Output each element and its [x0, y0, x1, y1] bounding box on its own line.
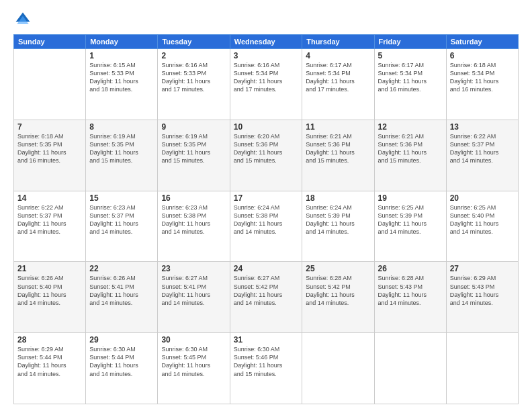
calendar-cell: 15Sunrise: 6:23 AM Sunset: 5:37 PM Dayli…	[86, 191, 158, 262]
calendar-body: 1Sunrise: 6:15 AM Sunset: 5:33 PM Daylig…	[14, 49, 519, 404]
week-row-3: 14Sunrise: 6:22 AM Sunset: 5:37 PM Dayli…	[14, 191, 519, 262]
calendar-cell: 9Sunrise: 6:19 AM Sunset: 5:35 PM Daylig…	[158, 120, 230, 191]
cell-info: Sunrise: 6:21 AM Sunset: 5:36 PM Dayligh…	[378, 132, 443, 165]
cell-info: Sunrise: 6:26 AM Sunset: 5:40 PM Dayligh…	[17, 274, 82, 307]
day-number: 30	[161, 335, 226, 345]
calendar-cell: 25Sunrise: 6:28 AM Sunset: 5:42 PM Dayli…	[302, 262, 374, 333]
cell-info: Sunrise: 6:20 AM Sunset: 5:36 PM Dayligh…	[234, 132, 299, 165]
cell-info: Sunrise: 6:19 AM Sunset: 5:35 PM Dayligh…	[89, 132, 154, 165]
calendar-cell: 12Sunrise: 6:21 AM Sunset: 5:36 PM Dayli…	[374, 120, 446, 191]
cell-info: Sunrise: 6:30 AM Sunset: 5:45 PM Dayligh…	[161, 345, 226, 378]
calendar-cell: 18Sunrise: 6:24 AM Sunset: 5:39 PM Dayli…	[302, 191, 374, 262]
calendar-cell: 11Sunrise: 6:21 AM Sunset: 5:36 PM Dayli…	[302, 120, 374, 191]
calendar-cell: 19Sunrise: 6:25 AM Sunset: 5:39 PM Dayli…	[374, 191, 446, 262]
calendar-cell: 4Sunrise: 6:17 AM Sunset: 5:34 PM Daylig…	[302, 49, 374, 120]
cell-info: Sunrise: 6:18 AM Sunset: 5:34 PM Dayligh…	[450, 61, 515, 94]
cell-info: Sunrise: 6:23 AM Sunset: 5:38 PM Dayligh…	[161, 203, 226, 236]
calendar-cell: 6Sunrise: 6:18 AM Sunset: 5:34 PM Daylig…	[446, 49, 518, 120]
calendar-cell: 27Sunrise: 6:29 AM Sunset: 5:43 PM Dayli…	[446, 262, 518, 333]
day-number: 10	[234, 122, 299, 132]
cell-info: Sunrise: 6:29 AM Sunset: 5:44 PM Dayligh…	[17, 345, 82, 378]
cell-info: Sunrise: 6:18 AM Sunset: 5:35 PM Dayligh…	[17, 132, 82, 165]
calendar-cell: 14Sunrise: 6:22 AM Sunset: 5:37 PM Dayli…	[14, 191, 86, 262]
cell-info: Sunrise: 6:21 AM Sunset: 5:36 PM Dayligh…	[306, 132, 370, 165]
calendar-cell	[374, 333, 446, 404]
day-number: 21	[17, 264, 82, 273]
calendar-cell: 26Sunrise: 6:28 AM Sunset: 5:43 PM Dayli…	[374, 262, 446, 333]
logo	[13, 10, 35, 29]
week-row-4: 21Sunrise: 6:26 AM Sunset: 5:40 PM Dayli…	[14, 262, 519, 333]
day-number: 7	[17, 122, 82, 132]
calendar-cell	[14, 49, 86, 120]
header-cell-friday: Friday	[374, 35, 446, 49]
header-cell-saturday: Saturday	[446, 35, 518, 49]
day-number: 31	[234, 335, 299, 345]
cell-info: Sunrise: 6:30 AM Sunset: 5:44 PM Dayligh…	[89, 345, 154, 378]
calendar-table: SundayMondayTuesdayWednesdayThursdayFrid…	[13, 34, 519, 404]
calendar-header: SundayMondayTuesdayWednesdayThursdayFrid…	[14, 35, 519, 49]
day-number: 20	[450, 193, 515, 203]
cell-info: Sunrise: 6:29 AM Sunset: 5:43 PM Dayligh…	[450, 274, 515, 307]
header-cell-monday: Monday	[86, 35, 158, 49]
cell-info: Sunrise: 6:24 AM Sunset: 5:39 PM Dayligh…	[306, 203, 370, 236]
calendar-cell: 16Sunrise: 6:23 AM Sunset: 5:38 PM Dayli…	[158, 191, 230, 262]
day-number: 6	[450, 51, 515, 60]
day-number: 26	[378, 264, 443, 273]
header-row: SundayMondayTuesdayWednesdayThursdayFrid…	[14, 35, 519, 49]
header	[13, 10, 519, 29]
calendar-cell: 23Sunrise: 6:27 AM Sunset: 5:41 PM Dayli…	[158, 262, 230, 333]
calendar-cell: 10Sunrise: 6:20 AM Sunset: 5:36 PM Dayli…	[230, 120, 302, 191]
cell-info: Sunrise: 6:27 AM Sunset: 5:42 PM Dayligh…	[234, 274, 299, 307]
header-cell-thursday: Thursday	[302, 35, 374, 49]
header-cell-wednesday: Wednesday	[230, 35, 302, 49]
cell-info: Sunrise: 6:23 AM Sunset: 5:37 PM Dayligh…	[89, 203, 154, 236]
header-cell-tuesday: Tuesday	[158, 35, 230, 49]
day-number: 25	[306, 264, 370, 273]
calendar-cell: 20Sunrise: 6:25 AM Sunset: 5:40 PM Dayli…	[446, 191, 518, 262]
day-number: 16	[161, 193, 226, 203]
cell-info: Sunrise: 6:22 AM Sunset: 5:37 PM Dayligh…	[17, 203, 82, 236]
calendar-cell: 28Sunrise: 6:29 AM Sunset: 5:44 PM Dayli…	[14, 333, 86, 404]
cell-info: Sunrise: 6:26 AM Sunset: 5:41 PM Dayligh…	[89, 274, 154, 307]
logo-icon	[13, 10, 32, 29]
week-row-5: 28Sunrise: 6:29 AM Sunset: 5:44 PM Dayli…	[14, 333, 519, 404]
calendar-cell	[446, 333, 518, 404]
week-row-2: 7Sunrise: 6:18 AM Sunset: 5:35 PM Daylig…	[14, 120, 519, 191]
cell-info: Sunrise: 6:19 AM Sunset: 5:35 PM Dayligh…	[161, 132, 226, 165]
day-number: 12	[378, 122, 443, 132]
calendar-cell: 31Sunrise: 6:30 AM Sunset: 5:46 PM Dayli…	[230, 333, 302, 404]
calendar-cell: 21Sunrise: 6:26 AM Sunset: 5:40 PM Dayli…	[14, 262, 86, 333]
day-number: 9	[161, 122, 226, 132]
day-number: 2	[161, 51, 226, 60]
day-number: 17	[234, 193, 299, 203]
calendar-cell: 24Sunrise: 6:27 AM Sunset: 5:42 PM Dayli…	[230, 262, 302, 333]
calendar-cell: 8Sunrise: 6:19 AM Sunset: 5:35 PM Daylig…	[86, 120, 158, 191]
day-number: 5	[378, 51, 443, 60]
cell-info: Sunrise: 6:17 AM Sunset: 5:34 PM Dayligh…	[378, 61, 443, 94]
cell-info: Sunrise: 6:22 AM Sunset: 5:37 PM Dayligh…	[450, 132, 515, 165]
day-number: 28	[17, 335, 82, 345]
header-cell-sunday: Sunday	[14, 35, 86, 49]
cell-info: Sunrise: 6:15 AM Sunset: 5:33 PM Dayligh…	[89, 61, 154, 94]
cell-info: Sunrise: 6:28 AM Sunset: 5:43 PM Dayligh…	[378, 274, 443, 307]
day-number: 24	[234, 264, 299, 273]
day-number: 22	[89, 264, 154, 273]
day-number: 8	[89, 122, 154, 132]
calendar-cell: 5Sunrise: 6:17 AM Sunset: 5:34 PM Daylig…	[374, 49, 446, 120]
cell-info: Sunrise: 6:25 AM Sunset: 5:39 PM Dayligh…	[378, 203, 443, 236]
cell-info: Sunrise: 6:16 AM Sunset: 5:33 PM Dayligh…	[161, 61, 226, 94]
calendar-cell: 1Sunrise: 6:15 AM Sunset: 5:33 PM Daylig…	[86, 49, 158, 120]
week-row-1: 1Sunrise: 6:15 AM Sunset: 5:33 PM Daylig…	[14, 49, 519, 120]
day-number: 27	[450, 264, 515, 273]
calendar-cell: 3Sunrise: 6:16 AM Sunset: 5:34 PM Daylig…	[230, 49, 302, 120]
calendar-cell: 2Sunrise: 6:16 AM Sunset: 5:33 PM Daylig…	[158, 49, 230, 120]
cell-info: Sunrise: 6:28 AM Sunset: 5:42 PM Dayligh…	[306, 274, 370, 307]
cell-info: Sunrise: 6:27 AM Sunset: 5:41 PM Dayligh…	[161, 274, 226, 307]
cell-info: Sunrise: 6:24 AM Sunset: 5:38 PM Dayligh…	[234, 203, 299, 236]
calendar-cell: 30Sunrise: 6:30 AM Sunset: 5:45 PM Dayli…	[158, 333, 230, 404]
day-number: 23	[161, 264, 226, 273]
day-number: 18	[306, 193, 370, 203]
calendar-cell: 7Sunrise: 6:18 AM Sunset: 5:35 PM Daylig…	[14, 120, 86, 191]
calendar-cell: 17Sunrise: 6:24 AM Sunset: 5:38 PM Dayli…	[230, 191, 302, 262]
calendar-cell: 13Sunrise: 6:22 AM Sunset: 5:37 PM Dayli…	[446, 120, 518, 191]
